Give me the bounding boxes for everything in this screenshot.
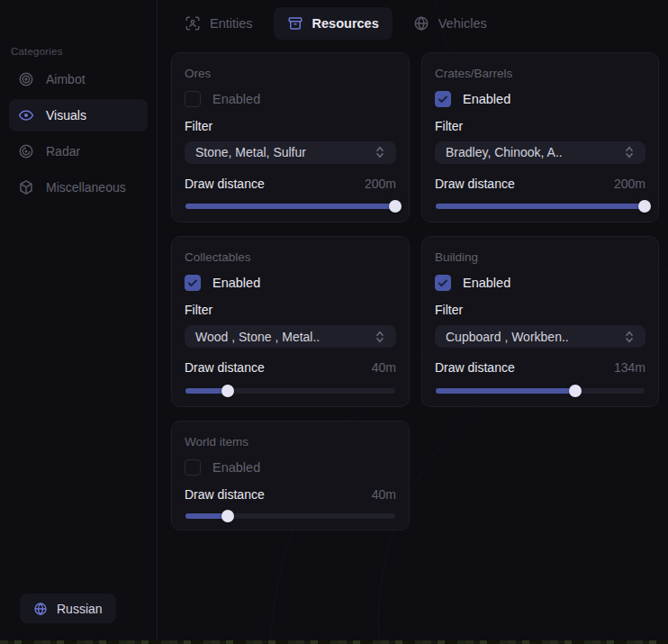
target-icon	[18, 71, 34, 87]
draw-distance-slider[interactable]	[185, 202, 395, 211]
filter-select-value: Cupboard , Workben..	[446, 330, 569, 344]
slider-fill	[436, 388, 575, 394]
enabled-label: Enabled	[212, 460, 260, 475]
filter-select[interactable]: Wood , Stone , Metal..	[185, 325, 396, 348]
filter-label: Filter	[185, 119, 396, 133]
radar-icon	[18, 143, 34, 159]
tab-label: Entities	[210, 16, 253, 31]
draw-distance-row: Draw distance 40m	[185, 360, 396, 375]
slider-thumb[interactable]	[389, 200, 402, 213]
slider-fill	[185, 388, 228, 394]
sidebar: Categories Aimbot Visuals Radar Miscella…	[0, 0, 158, 640]
sidebar-item-miscellaneous[interactable]: Miscellaneous	[9, 171, 148, 204]
enabled-label: Enabled	[212, 276, 260, 290]
categories-label: Categories	[11, 46, 63, 57]
checkbox-icon[interactable]	[435, 91, 451, 107]
enabled-checkbox-row[interactable]: Enabled	[435, 91, 645, 107]
card-title: Crates/Barrels	[435, 67, 645, 80]
sidebar-item-radar[interactable]: Radar	[9, 135, 148, 168]
sidebar-nav: Aimbot Visuals Radar Miscellaneous	[9, 63, 148, 204]
draw-distance-value: 200m	[614, 177, 645, 191]
person-scan-icon	[185, 15, 201, 32]
sidebar-item-label: Miscellaneous	[46, 180, 126, 195]
checkbox-icon[interactable]	[185, 275, 201, 291]
filter-select-value: Wood , Stone , Metal..	[195, 330, 320, 344]
draw-distance-value: 40m	[372, 360, 396, 375]
draw-distance-slider[interactable]	[436, 202, 645, 211]
tab-entities[interactable]: Entities	[171, 7, 266, 40]
globe-icon	[33, 602, 48, 616]
filter-label: Filter	[435, 119, 645, 133]
slider-thumb[interactable]	[221, 385, 234, 397]
chevron-updown-icon	[624, 331, 635, 343]
draw-distance-slider[interactable]	[436, 385, 645, 395]
archive-box-icon	[287, 15, 303, 32]
settings-grid: Ores Enabled Filter Stone, Metal, Sulfur…	[171, 52, 659, 531]
filter-select-value: Stone, Metal, Sulfur	[195, 145, 306, 159]
enabled-checkbox-row[interactable]: Enabled	[435, 275, 645, 291]
sidebar-item-label: Radar	[46, 144, 80, 159]
tab-label: Resources	[312, 16, 379, 31]
chevron-updown-icon	[624, 146, 635, 159]
enabled-label: Enabled	[463, 92, 510, 106]
slider-thumb[interactable]	[569, 385, 582, 397]
draw-distance-row: Draw distance 40m	[185, 487, 396, 502]
globe-icon	[413, 15, 429, 32]
filter-select[interactable]: Cupboard , Workben..	[435, 325, 645, 348]
sidebar-item-aimbot[interactable]: Aimbot	[9, 63, 148, 95]
draw-distance-label: Draw distance	[185, 487, 265, 502]
slider-fill	[185, 513, 228, 519]
enabled-label: Enabled	[212, 92, 260, 106]
card-collectables: Collectables Enabled Filter Wood , Stone…	[171, 236, 410, 407]
card-title: Ores	[185, 67, 396, 80]
enabled-checkbox-row[interactable]: Enabled	[185, 275, 396, 291]
card-title: Building	[435, 250, 645, 264]
filter-select[interactable]: Stone, Metal, Sulfur	[185, 141, 396, 164]
checkbox-icon[interactable]	[185, 91, 201, 107]
slider-fill	[185, 204, 395, 209]
tab-label: Vehicles	[438, 16, 487, 31]
checkbox-icon[interactable]	[435, 275, 451, 291]
chevron-updown-icon	[375, 331, 385, 343]
enabled-label: Enabled	[463, 276, 510, 290]
draw-distance-label: Draw distance	[435, 177, 515, 191]
sidebar-item-visuals[interactable]: Visuals	[9, 99, 148, 132]
draw-distance-slider[interactable]	[185, 512, 395, 519]
sidebar-item-label: Aimbot	[46, 72, 86, 86]
language-button[interactable]: Russian	[20, 594, 116, 623]
cube-icon	[18, 179, 34, 195]
slider-fill	[436, 204, 645, 209]
filter-select-value: Bradley, Chinook, A..	[446, 145, 563, 159]
tab-vehicles[interactable]: Vehicles	[400, 7, 501, 40]
filter-select[interactable]: Bradley, Chinook, A..	[435, 141, 645, 164]
tab-bar: Entities Resources Vehicles	[171, 7, 501, 40]
checkbox-icon[interactable]	[185, 459, 201, 476]
slider-thumb[interactable]	[221, 510, 234, 522]
draw-distance-row: Draw distance 134m	[435, 360, 645, 375]
filter-label: Filter	[435, 303, 645, 317]
draw-distance-value: 200m	[365, 177, 396, 191]
game-background-strip	[0, 640, 668, 644]
draw-distance-row: Draw distance 200m	[435, 177, 645, 191]
draw-distance-label: Draw distance	[435, 360, 515, 375]
slider-thumb[interactable]	[638, 200, 651, 213]
enabled-checkbox-row[interactable]: Enabled	[185, 91, 396, 107]
draw-distance-row: Draw distance 200m	[185, 177, 396, 191]
draw-distance-value: 134m	[614, 360, 645, 375]
card-building: Building Enabled Filter Cupboard , Workb…	[421, 236, 659, 407]
sidebar-item-label: Visuals	[46, 108, 86, 122]
draw-distance-slider[interactable]	[185, 385, 395, 395]
draw-distance-label: Draw distance	[185, 177, 265, 191]
card-title: World items	[185, 435, 396, 449]
card-world-items: World items Enabled Draw distance 40m	[171, 421, 410, 531]
draw-distance-value: 40m	[372, 487, 396, 502]
eye-icon	[18, 107, 34, 123]
draw-distance-label: Draw distance	[185, 360, 265, 375]
chevron-updown-icon	[375, 146, 385, 159]
card-crates-barrels: Crates/Barrels Enabled Filter Bradley, C…	[421, 52, 659, 222]
enabled-checkbox-row[interactable]: Enabled	[185, 459, 396, 476]
language-button-label: Russian	[57, 602, 103, 616]
filter-label: Filter	[185, 303, 396, 317]
tab-resources[interactable]: Resources	[274, 7, 393, 40]
card-title: Collectables	[185, 250, 396, 264]
